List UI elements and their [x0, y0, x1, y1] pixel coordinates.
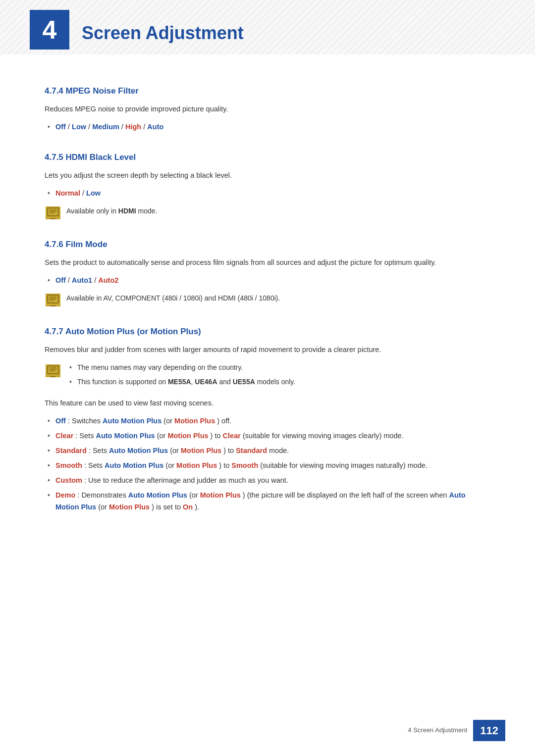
note-me55a: ME55A: [168, 378, 191, 386]
opt-amp3: Auto Motion Plus: [109, 447, 168, 454]
opt-clear-mid2: ) to: [211, 432, 223, 440]
opt-off-end: ) off.: [217, 417, 231, 425]
list-item-custom: Custom : Use to reduce the afterimage an…: [45, 475, 490, 487]
opt-demo-mid3: (or: [98, 503, 109, 511]
opt-off-text: : Switches: [68, 417, 103, 425]
list-item: The menu names may vary depending on the…: [66, 362, 295, 373]
section-477-feature-desc: This feature can be used to view fast mo…: [45, 398, 490, 409]
opt-demo-mid1: (or: [189, 491, 200, 499]
opt-clear-val: Clear: [223, 432, 241, 440]
list-item: This function is supported on ME55A, UE4…: [66, 376, 295, 388]
opt-mp3: Motion Plus: [181, 447, 221, 454]
section-474-options: Off / Low / Medium / High / Auto: [45, 121, 490, 133]
note-bullets-477: The menu names may vary depending on the…: [66, 362, 295, 388]
note-icon: [45, 363, 61, 378]
option-low: Low: [72, 123, 86, 131]
option-medium: Medium: [92, 123, 119, 131]
opt-mp4: Motion Plus: [176, 461, 217, 469]
option-auto1: Auto1: [72, 276, 92, 284]
opt-demo-text1: : Demonstrates: [77, 491, 128, 499]
opt-standard: Standard: [55, 447, 87, 454]
footer-label: 4 Screen Adjustment: [408, 725, 467, 736]
opt-on: On: [183, 503, 193, 511]
sep: /: [121, 123, 125, 131]
sep: /: [68, 276, 72, 284]
opt-mp1: Motion Plus: [174, 417, 215, 425]
note-ue46a: UE46A: [195, 378, 217, 386]
list-item: Normal / Low: [45, 188, 490, 200]
section-474-desc: Reduces MPEG noise to provide improved p…: [45, 103, 490, 115]
note-content-477: The menu names may vary depending on the…: [66, 362, 295, 391]
opt-clear-text: : Sets: [75, 432, 96, 440]
list-item: Off / Auto1 / Auto2: [45, 275, 490, 287]
opt-clear-end: (suitable for viewing moving images clea…: [243, 432, 404, 440]
opt-amp2: Auto Motion Plus: [96, 432, 155, 440]
header-stripe: [0, 0, 535, 54]
sep: /: [68, 123, 72, 131]
section-475-options: Normal / Low: [45, 188, 490, 200]
opt-amp1: Auto Motion Plus: [103, 417, 161, 425]
list-item-standard: Standard : Sets Auto Motion Plus (or Mot…: [45, 445, 490, 457]
note-box-477: The menu names may vary depending on the…: [45, 362, 490, 391]
note-bold-hdmi: HDMI: [118, 207, 136, 215]
opt-smooth-text: : Sets: [84, 461, 105, 469]
opt-smooth-mid2: ) to: [219, 461, 231, 469]
note-icon: [45, 293, 61, 307]
section-476-options: Off / Auto1 / Auto2: [45, 275, 490, 287]
section-477-heading: 4.7.7 Auto Motion Plus (or Motion Plus): [45, 325, 490, 338]
opt-standard-mid2: ) to: [223, 447, 236, 454]
section-477: 4.7.7 Auto Motion Plus (or Motion Plus) …: [45, 325, 490, 513]
option-off: Off: [55, 123, 66, 131]
list-item-demo: Demo : Demonstrates Auto Motion Plus (or…: [45, 490, 490, 513]
opt-amp4: Auto Motion Plus: [105, 461, 163, 469]
opt-off: Off: [55, 417, 66, 425]
opt-standard-val: Standard: [236, 447, 267, 454]
section-476: 4.7.6 Film Mode Sets the product to auto…: [45, 238, 490, 307]
opt-standard-mid1: (or: [170, 447, 181, 454]
opt-demo: Demo: [55, 491, 75, 499]
option-auto2: Auto2: [98, 276, 118, 284]
opt-clear-mid1: (or: [157, 432, 168, 440]
chapter-number: 4: [43, 17, 57, 43]
note-ue55a: UE55A: [233, 378, 255, 386]
note-box-475: Available only in HDMI mode.: [45, 205, 490, 220]
list-item-clear: Clear : Sets Auto Motion Plus (or Motion…: [45, 430, 490, 442]
opt-clear: Clear: [55, 432, 73, 440]
opt-mp2: Motion Plus: [167, 432, 208, 440]
note-icon: [45, 205, 61, 220]
section-475-desc: Lets you adjust the screen depth by sele…: [45, 170, 490, 182]
opt-smooth-mid1: (or: [165, 461, 176, 469]
opt-off-mid: (or: [163, 417, 174, 425]
section-476-desc: Sets the product to automatically sense …: [45, 257, 490, 269]
option-auto: Auto: [147, 123, 163, 131]
option-off: Off: [55, 276, 66, 284]
opt-standard-end: mode.: [269, 447, 289, 454]
section-476-heading: 4.7.6 Film Mode: [45, 238, 490, 251]
section-477-desc: Removes blur and judder from scenes with…: [45, 344, 490, 356]
opt-demo-end: ).: [195, 503, 199, 511]
opt-smooth-end: (suitable for viewing moving images natu…: [260, 461, 428, 469]
opt-demo-mid4: ) is set to: [152, 503, 183, 511]
section-474: 4.7.4 MPEG Noise Filter Reduces MPEG noi…: [45, 84, 490, 133]
chapter-title: Screen Adjustment: [82, 19, 244, 48]
option-normal: Normal: [55, 189, 80, 197]
opt-amp5: Auto Motion Plus: [128, 491, 187, 499]
list-item: Off / Low / Medium / High / Auto: [45, 121, 490, 133]
list-item-smooth: Smooth : Sets Auto Motion Plus (or Motio…: [45, 460, 490, 472]
list-item-off: Off : Switches Auto Motion Plus (or Moti…: [45, 415, 490, 427]
opt-custom: Custom: [55, 476, 82, 484]
page-number: 112: [473, 720, 505, 741]
section-474-heading: 4.7.4 MPEG Noise Filter: [45, 84, 490, 98]
sep: /: [94, 276, 98, 284]
note-text-476: Available in AV, COMPONENT (480i / 1080i…: [66, 293, 280, 303]
chapter-number-box: 4: [30, 10, 69, 50]
opt-smooth: Smooth: [55, 461, 82, 469]
section-475-heading: 4.7.5 HDMI Black Level: [45, 151, 490, 164]
option-low: Low: [86, 189, 101, 197]
page-footer: 4 Screen Adjustment 112: [408, 720, 505, 741]
opt-custom-text: : Use to reduce the afterimage and judde…: [84, 476, 288, 484]
note-text-475: Available only in HDMI mode.: [66, 205, 157, 216]
sep: /: [88, 123, 92, 131]
opt-standard-text: : Sets: [89, 447, 109, 454]
opt-mp6: Motion Plus: [109, 503, 150, 511]
